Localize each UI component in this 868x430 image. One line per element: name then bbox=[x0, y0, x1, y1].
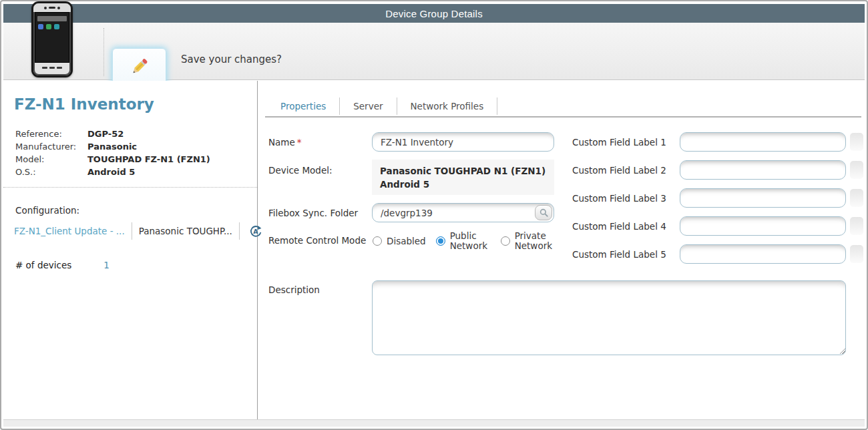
configuration-row: FZ-N1_Client Update - ... Panasonic TOUG… bbox=[14, 222, 263, 240]
custom-field-1-label: Custom Field Label 1 bbox=[572, 137, 666, 148]
tab-underline bbox=[265, 116, 861, 118]
name-label: Name* bbox=[268, 137, 302, 148]
custom-field-5-label: Custom Field Label 5 bbox=[572, 249, 666, 260]
filebox-field bbox=[372, 203, 554, 223]
group-title: FZ-N1 Inventory bbox=[14, 95, 154, 113]
filebox-label: Filebox Sync. Folder bbox=[268, 208, 358, 218]
configuration-divider-2 bbox=[239, 222, 240, 240]
description-textarea[interactable] bbox=[372, 280, 846, 355]
configuration-divider bbox=[132, 222, 132, 240]
device-model-value: Panasonic TOUGHPAD N1 (FZN1) Android 5 bbox=[372, 160, 554, 195]
radio-private-network-label[interactable]: Private Network bbox=[515, 231, 554, 251]
device-photo bbox=[31, 1, 73, 77]
tab-server[interactable]: Server bbox=[340, 101, 396, 112]
radio-public-network-label[interactable]: Public Network bbox=[450, 231, 489, 251]
custom-field-3-label: Custom Field Label 3 bbox=[572, 193, 666, 204]
summary-row-manufacturer: Manufacturer:Panasonic bbox=[15, 142, 249, 152]
devices-label: # of devices bbox=[15, 260, 71, 270]
required-asterisk: * bbox=[297, 137, 302, 148]
summary-separator bbox=[3, 187, 257, 188]
tab-bar: Properties Server Network Profiles bbox=[267, 96, 497, 116]
toolbar-divider bbox=[103, 28, 104, 76]
custom-field-2-label: Custom Field Label 2 bbox=[572, 165, 666, 176]
device-app-desktop-bar bbox=[37, 16, 67, 21]
device-app-icons bbox=[35, 24, 69, 29]
radio-disabled-label[interactable]: Disabled bbox=[387, 236, 426, 246]
custom-field-4-input[interactable] bbox=[680, 216, 846, 236]
auto-apply-a-icon[interactable]: A bbox=[249, 224, 263, 238]
radio-disabled[interactable] bbox=[373, 236, 382, 246]
device-group-details-window: Device Group Details bbox=[0, 0, 868, 430]
configuration-label: Configuration: bbox=[15, 205, 79, 216]
magnifier-icon bbox=[539, 208, 549, 218]
tab-network-profiles[interactable]: Network Profiles bbox=[397, 101, 497, 112]
custom-field-3-input[interactable] bbox=[680, 188, 846, 208]
summary-row-os: O.S.:Android 5 bbox=[15, 167, 249, 177]
devices-count-link[interactable]: 1 bbox=[103, 260, 110, 270]
filebox-input[interactable] bbox=[372, 203, 554, 222]
name-input[interactable] bbox=[372, 132, 554, 152]
svg-text:A: A bbox=[253, 228, 258, 235]
custom-field-5-input[interactable] bbox=[680, 244, 846, 264]
page-title: Device Group Details bbox=[385, 8, 483, 19]
devices-row: # of devices1 bbox=[15, 260, 110, 270]
device-earpiece bbox=[33, 3, 71, 12]
remote-control-options: Disabled Public Network Private Network bbox=[373, 231, 554, 251]
tab-properties[interactable]: Properties bbox=[267, 101, 339, 112]
custom-field-4-label: Custom Field Label 4 bbox=[572, 221, 666, 232]
radio-public-network[interactable] bbox=[436, 236, 445, 246]
radio-private-network[interactable] bbox=[501, 236, 510, 246]
device-buttons bbox=[33, 63, 71, 72]
panel-divider bbox=[257, 81, 258, 419]
toolbar: Edit Save your changes? ✔ Confirm ✕ Canc… bbox=[3, 23, 865, 80]
remote-control-mode-label: Remote Control Mode bbox=[268, 235, 366, 246]
content-area: FZ-N1 Inventory Reference:DGP-52 Manufac… bbox=[3, 81, 865, 419]
configuration-model: Panasonic TOUGHP... bbox=[139, 226, 232, 236]
device-model-label: Device Model: bbox=[268, 165, 333, 176]
summary-row-reference: Reference:DGP-52 bbox=[15, 129, 249, 139]
device-screen bbox=[35, 12, 69, 63]
summary-row-model: Model:TOUGHPAD FZ-N1 (FZN1) bbox=[15, 154, 249, 164]
configuration-link[interactable]: FZ-N1_Client Update - ... bbox=[14, 226, 125, 236]
custom-field-1-input[interactable] bbox=[680, 132, 846, 152]
filebox-browse-button[interactable] bbox=[535, 205, 552, 220]
pencil-icon bbox=[128, 55, 151, 80]
footer-strip bbox=[3, 419, 865, 427]
custom-field-2-input[interactable] bbox=[680, 160, 846, 180]
window-titlebar: Device Group Details bbox=[3, 4, 865, 23]
save-prompt: Save your changes? bbox=[181, 53, 282, 65]
description-label: Description bbox=[268, 284, 320, 295]
